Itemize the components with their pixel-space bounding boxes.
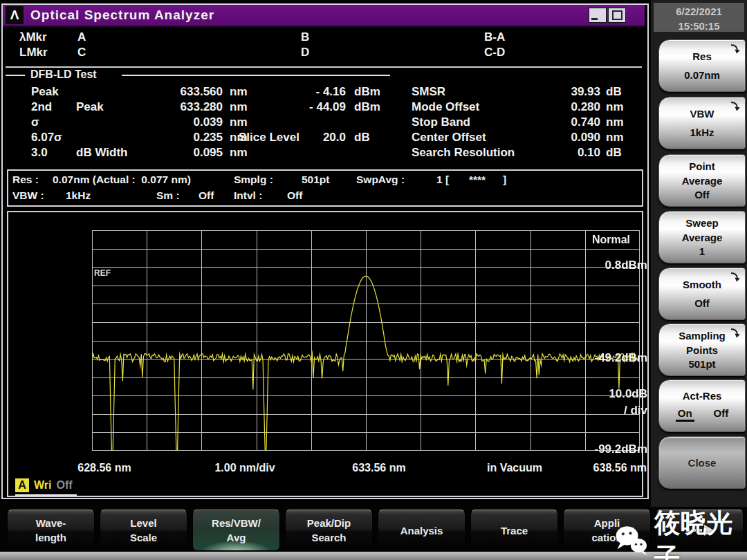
analysis-value: 633.280 — [134, 100, 223, 114]
analysis-unit: nm — [230, 115, 248, 129]
separator-line — [6, 66, 642, 68]
analysis-value: 0.095 — [134, 146, 223, 160]
analysis-label: Mode Offset — [412, 100, 479, 114]
softkey-line: 501pt — [688, 358, 715, 370]
analysis-label: 2nd — [31, 100, 52, 114]
watermark-text: 筱晓光子 — [654, 505, 747, 560]
x-axis-label: 628.56 nm — [56, 462, 153, 474]
softkey-act-res[interactable]: Act-ResOnOff — [658, 380, 746, 432]
maximize-button[interactable] — [608, 8, 626, 23]
date-text: 6/22/2021 — [654, 4, 744, 19]
analysis-value2: - 4.16 — [273, 85, 346, 99]
y-axis-label: -49.2dBm — [566, 351, 647, 365]
marker-name-row1: λMkr — [19, 30, 47, 44]
softkey-res[interactable]: Res0.07nm — [658, 39, 746, 92]
ref-level-label: REF — [94, 268, 111, 278]
watermark: 筱晓光子 — [614, 505, 747, 560]
softkey-line: Sweep — [685, 217, 719, 229]
softkey-line: Points — [686, 344, 718, 356]
marker-col1-row1: A — [77, 30, 86, 44]
marker-col1-row2: C — [77, 46, 86, 59]
trace-write-mode: Wri — [34, 479, 51, 492]
softkey-smooth[interactable]: SmoothOff — [658, 268, 746, 320]
softkey-line: 1 — [699, 245, 705, 257]
minimize-button[interactable] — [589, 8, 607, 23]
analysis-label2: dB Width — [76, 146, 127, 160]
tab-label-line: Analysis — [400, 525, 443, 536]
softkey-sampling-points[interactable]: SamplingPoints501pt — [658, 324, 746, 376]
softkey-sweep-average[interactable]: SweepAverage1 — [658, 211, 746, 263]
x-axis-label: 1.00 nm/div — [196, 462, 293, 474]
tab-label-line: Level — [130, 517, 156, 529]
analysis-value: 0.280 — [524, 100, 600, 114]
maximize-icon — [612, 10, 622, 20]
x-axis-label: in Vacuum — [466, 462, 563, 474]
softkey-line: 0.07nm — [684, 69, 720, 81]
analysis-label: Stop Band — [412, 115, 470, 129]
spectrum-plot: Normal REF — [92, 230, 640, 451]
analysis-unit: nm — [230, 146, 248, 160]
status-row1-seg: **** — [469, 174, 486, 186]
y-axis-label: -99.2dBm — [566, 442, 647, 456]
status-row1-seg: ] — [503, 174, 506, 186]
trace-a-badge: A — [15, 478, 29, 492]
act-res-title: Act-Res — [683, 390, 722, 402]
softkey-close[interactable]: Close — [658, 436, 746, 489]
anritsu-logo-icon: Λ — [6, 6, 24, 24]
softkey-line: Close — [688, 457, 717, 469]
hook-arrow-icon — [730, 327, 741, 338]
analysis-label2: Peak — [76, 100, 104, 114]
status-row2-seg: Intvl : — [234, 189, 262, 202]
datetime-display: 6/22/2021 15:50:15 — [654, 3, 744, 32]
softkey-sidebar: 6/22/2021 15:50:15 Res0.07nmVBW1kHzPoint… — [651, 0, 747, 507]
tab-analysis[interactable]: Analysis — [378, 510, 465, 551]
analysis-title: DFB-LD Test — [30, 68, 97, 81]
status-row1-seg: 1 [ — [436, 174, 449, 186]
marker-col3-row1: B-A — [484, 30, 505, 44]
analysis-value2: 20.0 — [273, 131, 346, 144]
marker-col3-row2: C-D — [484, 46, 505, 59]
window-title: Optical Spectrum Analyzer — [30, 8, 214, 23]
marker-name-row2: LMkr — [19, 46, 48, 59]
analysis-unit: nm — [230, 100, 248, 114]
tab-label-line: length — [35, 532, 66, 543]
softkey-vbw[interactable]: VBW1kHz — [658, 97, 746, 149]
status-row1-seg: 0.07nm (Actual : 0.077 nm) — [53, 174, 191, 186]
analysis-label: σ — [31, 115, 39, 129]
analysis-label: Search Resolution — [412, 146, 515, 160]
tab-res-vbw-avg[interactable]: Res/VBW/Avg — [192, 510, 280, 551]
dash-line — [6, 75, 25, 76]
osa-screen: Λ Optical Spectrum Analyzer DFB-LD Test … — [0, 0, 747, 560]
status-row2-seg: 1kHz — [66, 189, 91, 202]
tab-peak-dip-search[interactable]: Peak/DipSearch — [285, 510, 373, 551]
analysis-unit: nm — [606, 100, 624, 114]
act-res-on-option[interactable]: On — [676, 407, 694, 422]
act-res-off-option[interactable]: Off — [714, 407, 729, 422]
softkey-line: Off — [694, 297, 710, 309]
analysis-unit: dB — [606, 146, 622, 160]
tab-wavelength[interactable]: Wave-length — [7, 510, 95, 551]
status-row2-seg: Off — [287, 189, 302, 202]
tab-label-line: Avg — [227, 532, 246, 543]
tab-trace[interactable]: Trace — [470, 510, 558, 551]
analysis-label: 3.0 — [31, 146, 48, 160]
hook-arrow-icon — [730, 100, 741, 111]
title-bar: Λ Optical Spectrum Analyzer — [3, 5, 645, 27]
status-bar: Res :0.07nm (Actual : 0.077 nm)Smplg :50… — [7, 169, 643, 207]
softkey-point-average[interactable]: PointAverageOff — [658, 154, 746, 207]
analysis-value: 0.740 — [524, 115, 600, 129]
analysis-value2: - 44.09 — [273, 100, 346, 114]
wechat-icon — [614, 522, 649, 559]
tab-label-line: Trace — [501, 525, 528, 536]
tab-label-line: Search — [311, 532, 346, 543]
y-axis-label: 10.0dB — [566, 387, 647, 401]
tab-label-line: Peak/Dip — [307, 517, 351, 529]
hook-arrow-icon — [730, 271, 741, 282]
analysis-unit: nm — [606, 131, 624, 144]
analysis-value: 0.039 — [134, 115, 223, 129]
softkey-line: Smooth — [683, 279, 721, 290]
softkey-line: Res — [692, 50, 712, 62]
softkey-line: Average — [682, 175, 723, 187]
tab-level-scale[interactable]: LevelScale — [100, 510, 187, 551]
x-axis-label: 633.56 nm — [331, 462, 427, 474]
